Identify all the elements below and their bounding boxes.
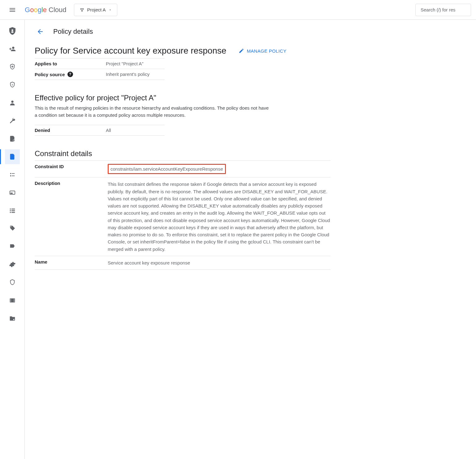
policy-source-row: Policy source ? Inherit parent's policy bbox=[35, 69, 165, 80]
page-header: Policy details bbox=[25, 20, 476, 46]
svg-point-27 bbox=[13, 319, 14, 320]
constraint-name-row: Name Service account key exposure respon… bbox=[35, 256, 331, 270]
help-icon[interactable]: ? bbox=[67, 72, 73, 77]
constraint-table: Constraint ID constraints/iam.serviceAcc… bbox=[35, 160, 331, 270]
constraint-id-row: Constraint ID constraints/iam.serviceAcc… bbox=[35, 161, 331, 177]
svg-point-3 bbox=[11, 29, 13, 31]
svg-point-10 bbox=[10, 175, 11, 177]
svg-rect-18 bbox=[10, 212, 11, 213]
sidebar-item-groups[interactable] bbox=[5, 203, 20, 218]
menu-button[interactable] bbox=[5, 2, 20, 17]
wrench-icon bbox=[9, 117, 16, 124]
project-label: Project A bbox=[87, 7, 106, 12]
constraint-name-label: Name bbox=[35, 259, 103, 264]
svg-rect-23 bbox=[10, 301, 11, 302]
svg-point-0 bbox=[80, 8, 82, 10]
applies-to-label: Applies to bbox=[35, 61, 106, 66]
svg-rect-17 bbox=[11, 210, 15, 211]
sidebar-item-tags[interactable] bbox=[5, 221, 20, 236]
sidebar-item-folder[interactable] bbox=[5, 311, 20, 326]
policy-source-value: Inherit parent's policy bbox=[106, 72, 165, 77]
content: Policy for Service account key exposure … bbox=[25, 46, 340, 270]
search-placeholder: Search (/) for res bbox=[421, 7, 456, 12]
sidebar-item-tools[interactable] bbox=[5, 113, 20, 128]
key-list-icon bbox=[9, 171, 16, 178]
edit-icon bbox=[239, 48, 244, 54]
denied-row: Denied All bbox=[35, 125, 165, 136]
film-icon bbox=[9, 297, 16, 304]
top-bar: Google Cloud Project A Search (/) for re… bbox=[0, 0, 476, 20]
sidebar-item-settings[interactable] bbox=[5, 257, 20, 272]
svg-point-8 bbox=[10, 173, 11, 174]
svg-rect-26 bbox=[14, 301, 14, 302]
arrow-left-icon bbox=[37, 28, 44, 35]
manage-policy-button[interactable]: MANAGE POLICY bbox=[239, 48, 286, 54]
bookmark-icon bbox=[9, 243, 16, 250]
constraint-heading: Constraint details bbox=[35, 149, 331, 158]
sidebar-item-labels[interactable] bbox=[5, 167, 20, 182]
sidebar-item-roles[interactable] bbox=[5, 293, 20, 308]
svg-rect-19 bbox=[11, 212, 15, 213]
dropdown-icon bbox=[108, 8, 112, 12]
project-icon bbox=[79, 7, 85, 13]
policy-meta-table: Applies to Project "Project A" Policy so… bbox=[35, 58, 165, 80]
svg-point-1 bbox=[82, 8, 84, 10]
svg-rect-11 bbox=[12, 176, 15, 176]
applies-to-row: Applies to Project "Project A" bbox=[35, 59, 165, 69]
main-panel: Policy details Policy for Service accoun… bbox=[25, 20, 476, 459]
applies-to-value: Project "Project A" bbox=[106, 61, 165, 66]
constraint-desc-value: This list constraint defines the respons… bbox=[108, 181, 331, 253]
document-gear-icon bbox=[9, 135, 16, 142]
denied-value: All bbox=[106, 128, 165, 133]
constraint-id-label: Constraint ID bbox=[35, 164, 103, 169]
svg-rect-13 bbox=[11, 193, 12, 194]
svg-point-7 bbox=[13, 140, 15, 142]
shell: $ bbox=[0, 20, 476, 459]
svg-point-6 bbox=[11, 101, 13, 103]
constraint-name-value: Service account key exposure response bbox=[108, 259, 331, 266]
tag-icon bbox=[9, 225, 16, 232]
policy-source-label-text: Policy source bbox=[35, 72, 65, 77]
brand-link[interactable]: Google Cloud bbox=[25, 6, 67, 14]
sidebar-item-organization-policies[interactable] bbox=[5, 149, 20, 164]
sidebar-item-service-accounts[interactable] bbox=[5, 95, 20, 110]
sidebar-item-iam-admin[interactable] bbox=[5, 24, 20, 38]
sidebar-item-organization-policies-a[interactable] bbox=[5, 131, 20, 146]
sidebar-item-workload-identity[interactable]: $ bbox=[5, 77, 20, 92]
search-input[interactable]: Search (/) for res bbox=[415, 4, 471, 16]
svg-point-2 bbox=[81, 10, 83, 11]
svg-rect-22 bbox=[10, 300, 11, 301]
constraint-desc-label: Description bbox=[35, 181, 103, 186]
list-icon bbox=[9, 207, 16, 214]
brand-google: Google bbox=[25, 6, 47, 14]
sidebar-item-add-member[interactable] bbox=[5, 42, 20, 56]
manage-policy-label: MANAGE POLICY bbox=[247, 48, 286, 54]
policy-heading: Policy for Service account key exposure … bbox=[35, 46, 226, 56]
svg-rect-24 bbox=[14, 299, 14, 299]
constraint-id-value: constraints/iam.serviceAccountKeyExposur… bbox=[108, 164, 226, 174]
title-row: Policy for Service account key exposure … bbox=[35, 46, 331, 56]
denied-label: Denied bbox=[35, 128, 106, 133]
shield-outline-icon bbox=[9, 279, 16, 286]
sidebar: $ bbox=[0, 20, 25, 459]
back-button[interactable] bbox=[35, 26, 46, 37]
effective-description: This is the result of merging policies i… bbox=[35, 105, 270, 119]
project-picker[interactable]: Project A bbox=[74, 4, 117, 16]
shield-user-icon bbox=[8, 26, 17, 36]
menu-icon bbox=[9, 6, 16, 14]
sidebar-item-security[interactable] bbox=[5, 275, 20, 290]
shield-currency-icon: $ bbox=[9, 81, 16, 88]
sidebar-item-privacy[interactable] bbox=[5, 239, 20, 254]
person-plus-icon bbox=[9, 46, 16, 52]
svg-rect-25 bbox=[14, 300, 14, 301]
svg-rect-21 bbox=[10, 299, 11, 299]
svg-rect-9 bbox=[12, 173, 15, 174]
svg-rect-16 bbox=[10, 210, 11, 211]
shield-lock-icon bbox=[9, 63, 16, 70]
person-icon bbox=[9, 99, 16, 106]
svg-rect-15 bbox=[11, 209, 15, 210]
sidebar-item-quotas[interactable] bbox=[5, 185, 20, 200]
folder-gear-icon bbox=[9, 315, 16, 322]
brand-cloud: Cloud bbox=[49, 6, 66, 14]
sidebar-item-policy-analyzer[interactable] bbox=[5, 59, 20, 74]
